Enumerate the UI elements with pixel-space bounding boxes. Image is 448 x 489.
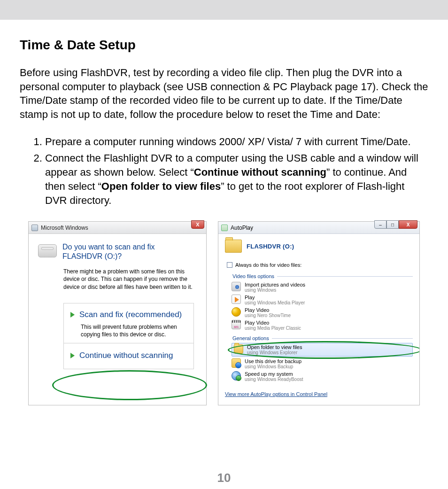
view-more-label: View more AutoPlay options in Control Pa… [225, 391, 327, 397]
maximize-icon: □ [391, 222, 394, 227]
autoplay-titlebar: AutoPlay – □ X [218, 222, 419, 234]
close-icon: X [196, 222, 199, 227]
figures-row: Microsoft Windows X Do you want to scan … [20, 221, 428, 405]
step-1: Prepare a computer running windows 2000/… [45, 135, 428, 149]
option-title: Open folder to view files [247, 344, 302, 350]
disc-icon [232, 307, 241, 317]
scan-question: Do you want to scan and fix FLASHDVR (O:… [62, 242, 197, 261]
highlight-circle [52, 370, 207, 400]
section-header-video: Video files options [225, 273, 413, 279]
step-2: Connect the Flashlight DVR to a computer… [45, 151, 428, 207]
option-scan-sub: This will prevent future problems when c… [81, 323, 187, 338]
section-rule [277, 276, 413, 277]
option-title: Speed up my system [245, 371, 303, 377]
scan-dialog-body: Do you want to scan and fix FLASHDVR (O:… [29, 234, 206, 378]
option-open-folder[interactable]: Open folder to view filesusing Windows E… [232, 343, 413, 357]
drive-icon [38, 244, 57, 257]
option-readyboost[interactable]: Speed up my systemusing Windows ReadyBoo… [232, 370, 413, 383]
scan-dialog: Microsoft Windows X Do you want to scan … [28, 221, 207, 405]
option-title: Play [245, 295, 305, 300]
option-scan-title: Scan and fix (recommended) [79, 310, 182, 319]
backup-icon [232, 358, 241, 368]
option-continue-without-scanning[interactable]: Continue without scanning [63, 343, 194, 369]
autoplay-body: FLASHDVR (O:) Always do this for video f… [218, 234, 419, 403]
option-import-pictures[interactable]: Import pictures and videosusing Windows [232, 281, 413, 294]
video-options-list: Import pictures and videosusing Windows … [232, 281, 413, 332]
section-general-label: General options [232, 335, 269, 341]
scan-explanation: There might be a problem with some files… [63, 268, 197, 291]
section-video-label: Video files options [232, 273, 274, 279]
camera-icon [232, 282, 241, 291]
folder-icon [225, 240, 242, 253]
autoplay-icon [221, 225, 228, 231]
window-controls: – □ X [374, 220, 417, 229]
minimize-icon: – [379, 222, 382, 227]
option-scan-and-fix[interactable]: Scan and fix (recommended) This will pre… [63, 303, 194, 343]
option-title: Play Video [245, 307, 291, 313]
option-play-wmp[interactable]: Playusing Windows Media Player [232, 294, 413, 306]
checkbox[interactable] [227, 262, 232, 268]
close-button[interactable]: X [399, 220, 417, 229]
option-play-nero[interactable]: Play Videousing Nero ShowTime [232, 306, 413, 319]
arrow-right-icon [70, 353, 75, 358]
readyboost-icon [232, 371, 241, 380]
option-continue-title: Continue without scanning [79, 351, 173, 360]
option-sub: using Media Player Classic [245, 326, 301, 331]
scan-dialog-titlebar: Microsoft Windows X [29, 222, 206, 234]
folder-icon [234, 344, 243, 354]
page-title: Time & Date Setup [20, 38, 428, 53]
autoplay-title: AutoPlay [231, 225, 253, 231]
page-number: 10 [0, 471, 448, 485]
option-play-mpc[interactable]: Play Videousing Media Player Classic [232, 319, 413, 332]
maximize-button[interactable]: □ [386, 220, 399, 229]
arrow-right-icon [70, 312, 75, 318]
option-sub: using Nero ShowTime [245, 313, 291, 318]
windows-shield-icon [31, 225, 38, 231]
view-more-link[interactable]: View more AutoPlay options in Control Pa… [225, 391, 327, 397]
option-title: Import pictures and videos [245, 282, 305, 287]
steps-list: Prepare a computer running windows 2000/… [20, 135, 428, 207]
option-title: Use this drive for backup [245, 358, 301, 364]
scan-question-row: Do you want to scan and fix FLASHDVR (O:… [38, 242, 197, 261]
always-label: Always do this for video files: [235, 262, 301, 268]
autoplay-dialog: AutoPlay – □ X FLASHDVR (O:) Always do t… [218, 221, 420, 405]
filmstrip-icon [232, 320, 241, 329]
option-sub: using Windows Backup [245, 364, 301, 369]
option-sub: using Windows Media Player [245, 300, 305, 305]
option-sub: using Windows Explorer [247, 350, 302, 355]
close-icon: X [407, 222, 410, 227]
option-sub: using Windows ReadyBoost [245, 377, 303, 382]
play-icon [232, 295, 241, 304]
option-title: Play Video [245, 320, 301, 326]
autoplay-drive-row: FLASHDVR (O:) [225, 240, 413, 253]
close-button[interactable]: X [191, 220, 204, 229]
step-1-text: Prepare a computer running windows 2000/… [45, 136, 411, 147]
step-2-bold-b: Open folder to view files [101, 180, 221, 192]
scan-dialog-title: Microsoft Windows [41, 225, 88, 231]
minimize-button[interactable]: – [374, 220, 386, 229]
general-options-list: Open folder to view filesusing Windows E… [232, 343, 413, 383]
document-page: Time & Date Setup Before using FlashDVR,… [0, 20, 448, 489]
intro-paragraph: Before using FlashDVR, test by recording… [20, 66, 428, 122]
option-sub: using Windows [245, 287, 305, 293]
always-do-this-row[interactable]: Always do this for video files: [227, 262, 413, 268]
section-rule [272, 338, 413, 339]
section-header-general: General options [225, 335, 413, 341]
autoplay-drive-name: FLASHDVR (O:) [247, 243, 294, 250]
step-2-bold-a: Continue without scanning [194, 166, 326, 178]
option-backup[interactable]: Use this drive for backupusing Windows B… [232, 357, 413, 370]
